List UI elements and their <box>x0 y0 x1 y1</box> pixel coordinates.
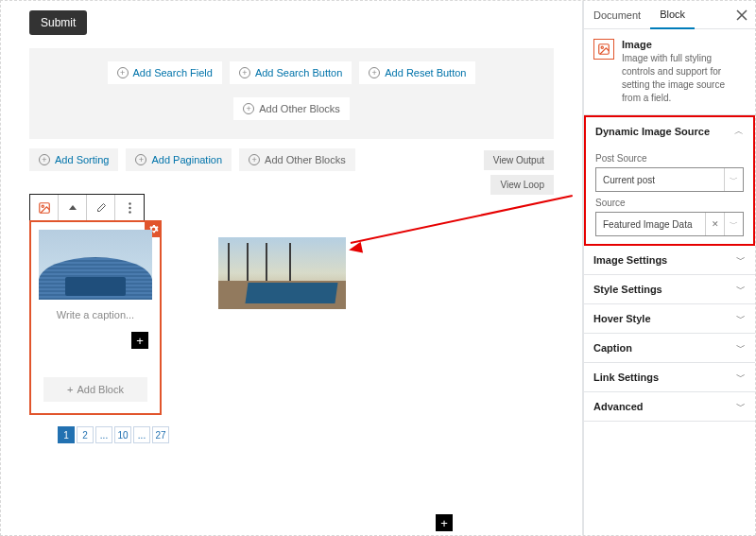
chevron-down-icon: ﹀ <box>736 400 746 413</box>
selected-image-block[interactable]: Write a caption... + +Add Block <box>29 220 162 415</box>
plus-icon: + <box>39 154 50 165</box>
page-1[interactable]: 1 <box>58 426 75 443</box>
plus-icon: + <box>239 67 250 78</box>
chevron-down-icon: ﹀ <box>736 371 746 384</box>
chevron-up-icon: ︿ <box>734 125 744 138</box>
caption-input[interactable]: Write a caption... <box>57 309 134 320</box>
chevron-down-icon: ﹀ <box>736 253 746 267</box>
svg-point-1 <box>42 205 43 207</box>
more-options-button[interactable] <box>115 195 144 221</box>
settings-sidebar: Document Block Image Image with full sty… <box>583 1 755 535</box>
add-pagination-button[interactable]: +Add Pagination <box>126 148 232 171</box>
section-image-settings[interactable]: Image Settings﹀ <box>584 246 755 275</box>
svg-point-6 <box>601 46 603 48</box>
view-loop-button[interactable]: View Loop <box>490 175 554 195</box>
close-sidebar-button[interactable] <box>729 4 755 26</box>
page-10[interactable]: 10 <box>114 426 131 443</box>
submit-button[interactable]: Submit <box>29 10 87 35</box>
clear-icon[interactable]: ✕ <box>705 213 724 235</box>
add-reset-button-button[interactable]: +Add Reset Button <box>359 61 475 84</box>
chevron-down-icon: ﹀ <box>724 168 743 191</box>
page-ellipsis: ... <box>95 426 112 443</box>
image-thumbnail-2[interactable] <box>218 237 346 309</box>
tab-block[interactable]: Block <box>650 1 695 29</box>
post-source-select[interactable]: Current post ﹀ <box>595 167 744 192</box>
view-output-button[interactable]: View Output <box>484 150 554 170</box>
chevron-down-icon: ﹀ <box>736 283 746 296</box>
image-thumbnail <box>39 230 152 300</box>
add-other-blocks-button[interactable]: +Add Other Blocks <box>239 148 355 171</box>
block-summary: Image Image with full styling controls a… <box>584 29 755 115</box>
block-title: Image <box>622 39 746 50</box>
add-sorting-button[interactable]: +Add Sorting <box>29 148 118 171</box>
svg-point-2 <box>129 202 130 204</box>
chevron-down-icon: ﹀ <box>736 312 746 325</box>
section-link-settings[interactable]: Link Settings﹀ <box>584 363 755 392</box>
page-27[interactable]: 27 <box>152 426 169 443</box>
post-source-label: Post Source <box>595 153 744 164</box>
page-2[interactable]: 2 <box>77 426 94 443</box>
dynamic-image-source-panel: Dynamic Image Source ︿ Post Source Curre… <box>584 115 755 246</box>
source-label: Source <box>595 198 744 208</box>
edit-button[interactable] <box>87 195 115 221</box>
image-block-icon[interactable] <box>30 195 59 221</box>
move-up-button[interactable] <box>59 195 87 221</box>
plus-icon: + <box>243 103 254 114</box>
tab-document[interactable]: Document <box>584 2 650 28</box>
add-block-button[interactable]: +Add Block <box>43 377 147 402</box>
block-toolbar <box>29 194 145 222</box>
editor-canvas: Submit +Add Search Field +Add Search But… <box>1 1 583 535</box>
section-hover-style[interactable]: Hover Style﹀ <box>584 304 755 334</box>
svg-point-4 <box>129 211 130 213</box>
block-inserter-icon[interactable]: + <box>131 332 148 349</box>
chevron-down-icon: ﹀ <box>736 341 746 354</box>
plus-icon: + <box>67 384 73 395</box>
block-description: Image with full styling controls and sup… <box>622 52 746 105</box>
add-search-field-button[interactable]: +Add Search Field <box>108 61 222 84</box>
section-style-settings[interactable]: Style Settings﹀ <box>584 275 755 304</box>
chevron-down-icon: ﹀ <box>724 213 743 235</box>
plus-icon: + <box>249 154 260 165</box>
search-controls-panel: +Add Search Field +Add Search Button +Ad… <box>29 48 554 139</box>
image-block-icon <box>593 39 614 60</box>
add-other-blocks-button[interactable]: +Add Other Blocks <box>233 97 350 120</box>
svg-point-3 <box>129 207 130 209</box>
loop-controls-row: +Add Sorting +Add Pagination +Add Other … <box>29 148 554 171</box>
section-dynamic-image-source[interactable]: Dynamic Image Source ︿ <box>586 117 753 146</box>
pagination: 1 2 ... 10 ... 27 <box>58 426 554 443</box>
source-select[interactable]: Featured Image Data ✕ ﹀ <box>595 212 744 236</box>
add-search-button-button[interactable]: +Add Search Button <box>230 61 352 84</box>
section-advanced[interactable]: Advanced﹀ <box>584 392 755 422</box>
block-inserter-icon[interactable]: + <box>436 514 453 531</box>
plus-icon: + <box>117 67 129 78</box>
plus-icon: + <box>135 154 146 165</box>
section-caption[interactable]: Caption﹀ <box>584 334 755 363</box>
sidebar-tabs: Document Block <box>584 1 755 29</box>
page-ellipsis: ... <box>133 426 150 443</box>
plus-icon: + <box>369 67 380 78</box>
